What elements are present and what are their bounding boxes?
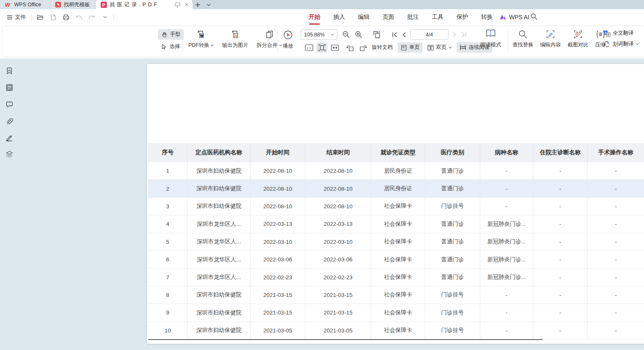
pdf-page[interactable]: 序号定点医药机构名称开始时间结束时间就诊凭证类型医疗类别病种名称住院主诊断名称手… [147, 64, 644, 344]
wps-ai-logo-icon [499, 14, 507, 20]
table-cell: 深圳市龙华区人... [188, 233, 251, 250]
rotate-right-button[interactable] [357, 43, 369, 53]
menu-tab[interactable]: 编辑 [357, 13, 370, 22]
table-cell: 2022-08-10 [251, 180, 305, 197]
redo-button[interactable] [87, 13, 96, 22]
comment-panel-button[interactable] [5, 101, 13, 108]
next-page-button[interactable] [453, 32, 457, 38]
table-header-cell: 开始时间 [251, 143, 305, 162]
print-button[interactable] [61, 13, 71, 22]
attachment-panel-button[interactable] [5, 117, 13, 125]
zoom-in-button[interactable] [355, 31, 363, 38]
split-merge-icon [265, 30, 274, 39]
undo-redo-chevron-icon[interactable] [100, 13, 109, 22]
table-cell: 门诊挂号 [425, 198, 480, 215]
rotate-left-button[interactable] [345, 43, 356, 53]
table-cell: 2022-03-10 [305, 233, 371, 250]
menu-tab[interactable]: 页面 [382, 13, 395, 22]
menu-tab[interactable]: 插入 [333, 13, 345, 22]
tab-label: 找稻壳模板 [64, 1, 90, 8]
split-merge-button[interactable]: 拆分合并 [255, 28, 284, 50]
tab-list-chevron-icon[interactable] [203, 0, 214, 9]
close-tab-icon[interactable] [184, 2, 189, 7]
save-button[interactable] [48, 13, 58, 22]
file-menu-button[interactable]: 文件 [5, 12, 28, 22]
table-cell: - [533, 268, 588, 286]
fit-page-button[interactable] [316, 43, 327, 53]
tab-docer-templates[interactable]: 找稻壳模板 [50, 0, 96, 9]
menu-tab[interactable]: 开始 [308, 13, 321, 22]
hamburger-icon [7, 15, 13, 20]
table-cell: 新冠肺炎门诊... [480, 251, 533, 268]
export-image-label: 输出为图片 [222, 42, 248, 49]
table-row: 7 深圳市龙华区人... 2022-02-23 2022-02-23 社会保障卡… [148, 268, 644, 286]
bookmark-panel-button[interactable] [5, 67, 13, 75]
table-row: 3 深圳市妇幼保健院 2022-08-10 2022-08-10 社会保障卡 门… [148, 198, 644, 215]
select-tool-button[interactable]: 选择 [158, 41, 184, 52]
table-cell: 2022-03-13 [251, 215, 305, 232]
fit-width-button[interactable] [329, 43, 340, 53]
table-row: 10 深圳市妇幼保健院 2021-03-05 2021-03-05 社会保障卡 … [148, 322, 644, 340]
table-cell: 3 [148, 198, 188, 215]
edit-content-button[interactable]: 编辑内容 [538, 28, 563, 50]
refresh-pages-button[interactable] [372, 30, 382, 40]
open-file-button[interactable] [35, 13, 45, 22]
signature-panel-button[interactable] [5, 134, 13, 142]
word-translate-button[interactable]: A 划词翻译 [603, 41, 639, 48]
actual-size-button[interactable]: 1:1 [303, 43, 314, 53]
hand-tool-button[interactable]: 手型 [158, 29, 184, 40]
zoom-out-button[interactable] [342, 31, 350, 38]
zoom-in-icon [355, 31, 363, 38]
word-translate-label: 划词翻译 [613, 41, 634, 48]
table-cell: 9 [148, 304, 188, 321]
first-page-button[interactable] [392, 32, 398, 38]
full-text-translate-button[interactable]: A 全文翻译 [603, 30, 639, 37]
export-as-image-button[interactable]: 输出为图片 [220, 28, 251, 50]
chevron-down-icon [330, 33, 334, 36]
table-cell: 2022-08-10 [305, 198, 371, 215]
page-number-input[interactable]: 4/4 [410, 29, 449, 40]
find-replace-button[interactable]: 查找替换 [510, 28, 535, 50]
menu-tab[interactable]: 工具 [431, 13, 444, 22]
table-cell: 门诊挂号 [425, 286, 480, 304]
menu-tab[interactable]: 转换 [481, 13, 493, 22]
table-cell: - [588, 251, 644, 268]
table-row: 5 深圳市龙华区人... 2022-03-10 2022-03-10 社会保障卡… [148, 233, 644, 251]
tab-document-pdf[interactable]: P 就医记录.PDF [96, 0, 193, 9]
zoom-level-value: 105.88% [304, 32, 325, 38]
double-page-view-button[interactable]: 双页 [424, 42, 455, 53]
table-header-cell: 医疗类别 [425, 143, 480, 162]
single-page-icon [401, 44, 407, 51]
search-button[interactable] [530, 13, 538, 20]
thumbnail-panel-button[interactable] [5, 84, 13, 92]
projection-icon[interactable] [175, 2, 180, 8]
table-cell: 5 [148, 233, 188, 250]
single-page-view-button[interactable]: 单页 [398, 42, 423, 53]
continuous-reading-icon [459, 44, 467, 51]
menu-tab[interactable]: 批注 [407, 13, 419, 22]
pdf-convert-button[interactable]: W PDF转换 [186, 28, 216, 50]
table-cell: - [588, 215, 644, 232]
play-slideshow-button[interactable]: 播放 [281, 28, 295, 51]
wps-ai-button[interactable]: WPS AI [499, 9, 529, 25]
new-tab-button[interactable] [193, 0, 203, 9]
table-cell: - [533, 162, 588, 179]
table-cell: 社会保障卡 [371, 198, 425, 215]
svg-text:W: W [5, 2, 11, 8]
read-mode-button[interactable]: 阅读模式 [479, 28, 503, 49]
menu-tab[interactable]: 保护 [456, 13, 469, 22]
table-cell: - [588, 162, 644, 179]
undo-button[interactable] [74, 13, 84, 22]
table-cell: 深圳市龙华区人... [188, 215, 251, 232]
previous-page-button[interactable] [402, 32, 406, 38]
table-cell: 深圳市妇幼保健院 [188, 286, 251, 304]
tab-wps-home[interactable]: W WPS Office [0, 0, 50, 9]
table-cell: 2022-08-10 [251, 162, 305, 179]
zoom-level-combobox[interactable]: 105.88% [301, 29, 337, 40]
last-page-button[interactable] [461, 32, 467, 38]
table-row: 1 深圳市妇幼保健院 2022-08-10 2022-08-10 居民身份证 普… [148, 162, 644, 180]
layers-panel-button[interactable] [5, 150, 13, 158]
table-header-cell: 就诊凭证类型 [371, 143, 425, 162]
screenshot-compare-button[interactable]: 截图对比 [565, 28, 591, 50]
table-cell: - [588, 180, 644, 197]
